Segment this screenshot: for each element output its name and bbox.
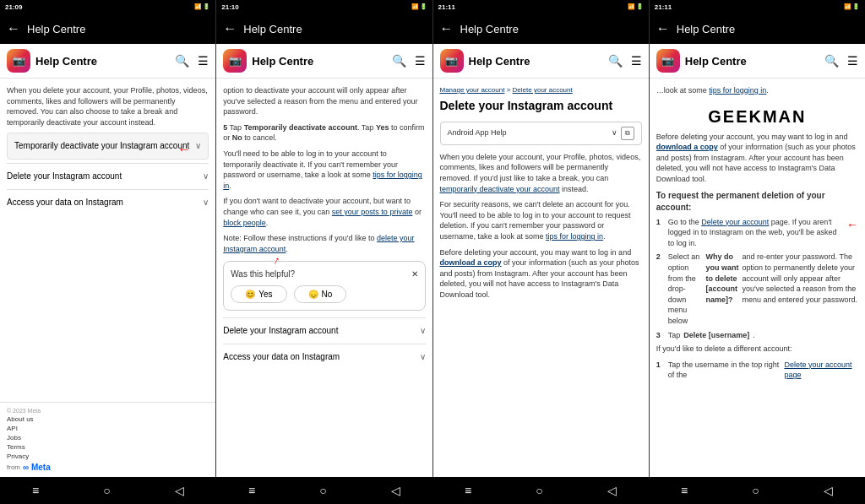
dropdown-btn-3[interactable]: Android App Help ∨ ⧉ (440, 122, 642, 145)
para-download-4: Before deleting your account, you may wa… (656, 132, 858, 185)
search-icon-3[interactable]: 🔍 (608, 54, 623, 68)
bottom-back-4[interactable]: ◁ (824, 484, 833, 497)
delete-ig-link[interactable]: delete your Instagram account (223, 234, 414, 253)
help-header-4: 📷 Help Centre 🔍 ☰ (650, 44, 865, 79)
about-link[interactable]: About us (7, 415, 209, 423)
chevron-3: ∨ (203, 197, 209, 209)
tips-logging-link-4[interactable]: tips for logging in (709, 86, 766, 95)
bottom-home-3[interactable]: ○ (536, 484, 542, 497)
note-2: Note: Follow these instructions if you'd… (223, 233, 425, 254)
content-2: option to deactivate your account will o… (216, 79, 432, 477)
copyright-1: © 2023 Meta (7, 408, 209, 414)
intro-4: …look at some tips for logging in. (656, 85, 858, 96)
chevron-1: ∨ (195, 140, 201, 152)
section-data-2[interactable]: Access your data on Instagram ∨ (223, 344, 425, 370)
section-data-1[interactable]: Access your data on Instagram ∨ (7, 189, 209, 215)
bottom-bar-1: ≡ ○ ◁ (0, 477, 216, 504)
instagram-logo-3: 📷 (440, 49, 464, 73)
nav-title-1: Help Centre (27, 23, 209, 35)
no-button[interactable]: 😞 No (294, 285, 347, 303)
nav-bar-1: ← Help Centre (0, 14, 215, 44)
breadcrumb-manage[interactable]: Manage your account (440, 86, 505, 94)
para3-3: Before deleting your account, you may wa… (440, 247, 642, 301)
help-header-2: 📷 Help Centre 🔍 ☰ (216, 44, 432, 79)
menu-icon-3[interactable]: ☰ (631, 54, 642, 68)
menu-icon-2[interactable]: ☰ (415, 54, 426, 68)
header-icons-4: 🔍 ☰ (824, 54, 858, 68)
yes-button[interactable]: 😊 Yes (231, 285, 286, 303)
help-header-1: 📷 Help Centre 🔍 ☰ (0, 44, 215, 79)
if-different-4: If you'd like to delete a different acco… (656, 344, 858, 355)
section-label-data-2: Access your data on Instagram (223, 351, 419, 363)
delete-account-link-4[interactable]: Delete your account (701, 218, 769, 226)
breadcrumb-delete[interactable]: Delete your account (513, 86, 573, 94)
search-icon-2[interactable]: 🔍 (392, 54, 406, 68)
extra-steps-4: Tap the username in the top right of the… (656, 360, 858, 381)
status-bar-1: 21:09 📶 🔋 (0, 0, 215, 14)
block-link[interactable]: block people (223, 219, 266, 227)
bottom-back-1[interactable]: ◁ (175, 484, 184, 497)
copy-icon-3[interactable]: ⧉ (621, 127, 634, 140)
back-arrow-3[interactable]: ← (440, 21, 454, 36)
bottom-home-2[interactable]: ○ (319, 484, 326, 497)
bottom-menu-4[interactable]: ≡ (681, 484, 688, 497)
screen-4: 21:11 📶 🔋 ← Help Centre 📷 Help Centre 🔍 … (650, 0, 865, 477)
close-helpful[interactable]: ✕ (411, 268, 418, 280)
search-icon-1[interactable]: 🔍 (175, 54, 189, 68)
api-link[interactable]: API (7, 425, 209, 432)
time-3: 21:11 (438, 3, 455, 11)
nav-bar-3: ← Help Centre (433, 14, 649, 44)
menu-icon-4[interactable]: ☰ (847, 54, 858, 68)
step-1-4: Go to the Delete your account page. If y… (656, 217, 858, 249)
terms-link[interactable]: Terms (7, 443, 209, 451)
from-text-1: from (7, 463, 20, 471)
help-centre-label-2: Help Centre (252, 55, 386, 68)
header-icons-3: 🔍 ☰ (608, 54, 642, 68)
tips-link-3[interactable]: tips for logging in (546, 232, 603, 241)
status-icons-4: 📶 🔋 (844, 3, 860, 10)
instagram-logo-2: 📷 (223, 49, 247, 73)
posts-private-link[interactable]: set your posts to private (332, 208, 413, 216)
nav-title-2: Help Centre (243, 23, 425, 35)
para2-3: For security reasons, we can't delete an… (440, 199, 642, 241)
download-copy-link-4[interactable]: download a copy (656, 143, 718, 151)
bottom-home-4[interactable]: ○ (752, 484, 759, 497)
help-centre-label-4: Help Centre (685, 55, 819, 68)
extra-step-1-4: Tap the username in the top right of the… (656, 360, 858, 381)
section-label-temporarily-1: Temporarily deactivate your Instagram ac… (14, 140, 195, 152)
privacy-link[interactable]: Privacy (7, 453, 209, 460)
download-copy-link-3[interactable]: download a copy (440, 258, 502, 267)
para1-2: You'll need to be able to log in to your… (223, 149, 425, 191)
bottom-home-1[interactable]: ○ (103, 484, 110, 497)
tips-link-2[interactable]: tips for logging in (223, 171, 422, 190)
bottom-menu-3[interactable]: ≡ (465, 484, 471, 497)
instagram-logo-4: 📷 (656, 49, 680, 73)
geekman-watermark: GEEKMAN (656, 101, 858, 132)
helpful-title: Was this helpful? ✕ (231, 268, 417, 280)
bottom-menu-1[interactable]: ≡ (32, 484, 39, 497)
menu-icon-1[interactable]: ☰ (198, 54, 209, 68)
content-1: When you delete your account, your Profi… (0, 79, 215, 402)
temp-deactivate-link[interactable]: temporarily deactivate your account (440, 185, 560, 193)
para2-2: If you don't want to deactivate your acc… (223, 196, 425, 228)
back-arrow-1[interactable]: ← (7, 21, 20, 36)
chevron-5: ∨ (420, 351, 426, 363)
section-delete-1[interactable]: Delete your Instagram account ∨ (7, 163, 209, 189)
delete-account-page-link[interactable]: Delete your account page (784, 360, 858, 381)
dropdown-arrow: ∨ (612, 127, 617, 138)
jobs-link[interactable]: Jobs (7, 434, 209, 442)
nav-title-3: Help Centre (460, 23, 642, 35)
bottom-menu-2[interactable]: ≡ (248, 484, 255, 497)
back-arrow-4[interactable]: ← (656, 21, 670, 36)
section-temporarily-1[interactable]: Temporarily deactivate your Instagram ac… (7, 133, 209, 160)
bottom-bar-4: ≡ ○ ◁ (649, 477, 865, 504)
footer-1: © 2023 Meta About us API Jobs Terms Priv… (0, 402, 215, 477)
back-arrow-2[interactable]: ← (223, 21, 237, 36)
section-delete-2[interactable]: Delete your Instagram account ∨ (223, 317, 425, 344)
footer-links-1: About us API Jobs Terms Privacy (7, 415, 209, 460)
section-label-delete-2: Delete your Instagram account (223, 325, 419, 337)
search-icon-4[interactable]: 🔍 (824, 54, 839, 68)
bottom-back-3[interactable]: ◁ (607, 484, 617, 497)
steps-list-4: Go to the Delete your account page. If y… (656, 217, 858, 341)
bottom-back-2[interactable]: ◁ (391, 484, 400, 497)
